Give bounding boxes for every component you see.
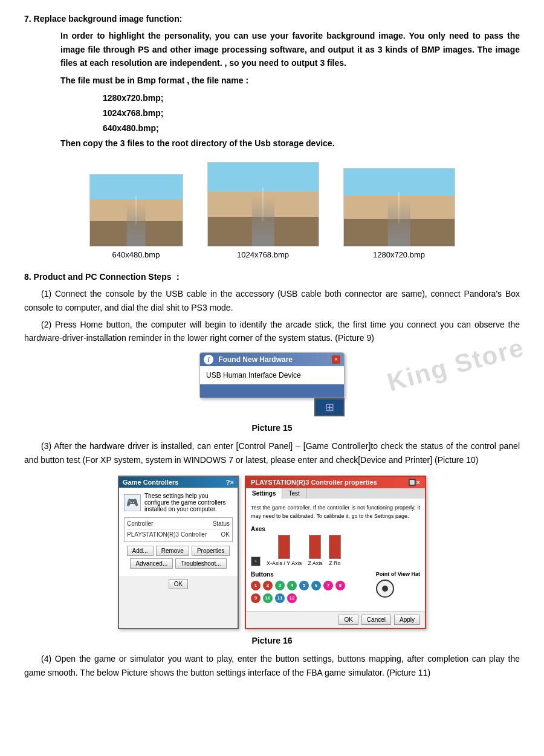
gc-divider: [127, 529, 230, 529]
tab-test[interactable]: Test: [282, 488, 306, 499]
ps3-buttons-label: Buttons: [251, 571, 345, 578]
ps3-title-bar: PLAYSTATION(R)3 Controller properties 🔲×: [246, 477, 425, 488]
popup-content: USB Human Interface Device: [200, 366, 344, 384]
ps3-description: Test the game controller. If the control…: [251, 503, 420, 521]
bmp-640-image: [89, 174, 183, 247]
gc-remove-button[interactable]: Remove: [156, 546, 189, 556]
buttons-row-2: 9 10 11 12: [251, 593, 345, 603]
gc-troubleshoot-button[interactable]: Troubleshoot...: [175, 558, 226, 569]
gc-add-button[interactable]: Add...: [127, 546, 154, 556]
popup-content-text: USB Human Interface Device: [206, 371, 301, 380]
game-controllers-body: 🎮 These settings help you configure the …: [119, 488, 238, 576]
section-8-header: 8. Product and PC Connection Steps ：: [24, 270, 520, 283]
ps3-bottom-row: Buttons 1 2 3 4 5 6 7 8 9: [251, 571, 420, 606]
ps3-apply-button[interactable]: Apply: [394, 615, 420, 625]
gc-footer: OK: [119, 576, 238, 592]
picture-15-caption: Picture 15: [24, 421, 520, 435]
btn-6: 6: [311, 581, 321, 590]
btn-2: 2: [263, 581, 273, 590]
btn-10: 10: [263, 593, 273, 603]
bmp-1024-image: [207, 162, 319, 247]
tab-settings[interactable]: Settings: [246, 488, 282, 499]
ps3-body: Test the game controller. If the control…: [246, 499, 425, 611]
step-2: (2) Press Home button, the computer will…: [24, 318, 520, 345]
ps3-tabs: Settings Test: [246, 488, 425, 499]
btn-12: 12: [287, 593, 297, 603]
x-axis-label: X-Axis / Y Axis: [267, 560, 302, 566]
ps3-title-controls: 🔲×: [408, 479, 420, 486]
popup-close-button[interactable]: ×: [332, 355, 340, 364]
game-controllers-dialog: Game Controllers ?× 🎮 These settings hel…: [118, 476, 239, 629]
info-icon: i: [204, 355, 213, 364]
btn-4: 4: [287, 581, 297, 590]
ps3-dialog: PLAYSTATION(R)3 Controller properties 🔲×…: [245, 476, 426, 629]
gc-title-controls: ?×: [226, 479, 234, 486]
bmp-1024-label: 1024x768.bmp: [237, 250, 289, 259]
popup-wrapper: i Found New Hardware × USB Human Interfa…: [199, 352, 345, 416]
gc-row-controller: PLAYSTATION(R)3 Controller: [127, 531, 207, 538]
ps3-axes-label: Axes: [251, 526, 420, 532]
plus-symbol: +: [254, 558, 257, 564]
bmp-640-label: 640x480.bmp: [112, 250, 160, 259]
taskbar-icon: ⊞: [314, 398, 345, 416]
section-7: 7. Replace background image function: In…: [24, 12, 520, 259]
taskbar-symbol: ⊞: [325, 401, 334, 414]
gc-intro-row: 🎮 These settings help you configure the …: [124, 493, 233, 512]
popup-titlebar: i Found New Hardware ×: [200, 353, 344, 366]
ps3-ok-button[interactable]: OK: [338, 615, 358, 625]
file-item-1: 1280x720.bmp;: [103, 91, 520, 106]
btn-9: 9: [251, 593, 261, 603]
btn-1: 1: [251, 581, 261, 590]
picture-16-caption: Picture 16: [24, 634, 520, 647]
gc-icon-symbol: 🎮: [126, 497, 138, 508]
gc-intro-text: These settings help you configure the ga…: [144, 493, 233, 512]
z-rot-label: Z Ro: [329, 560, 341, 566]
gc-row-status: OK: [221, 531, 230, 538]
image-1024: 1024x768.bmp: [207, 162, 319, 259]
section-8: 8. Product and PC Connection Steps ： (1)…: [24, 270, 520, 679]
gc-table-row: PLAYSTATION(R)3 Controller OK: [127, 531, 230, 538]
btn-7: 7: [323, 581, 333, 590]
found-new-hardware-popup: i Found New Hardware × USB Human Interfa…: [199, 352, 345, 398]
gc-icon: 🎮: [124, 494, 141, 511]
game-controllers-title: Game Controllers ?×: [119, 477, 238, 488]
copy-instruction: Then copy the 3 files to the root direct…: [60, 137, 520, 150]
file-item-2: 1024x768.bmp;: [103, 106, 520, 121]
btn-11: 11: [275, 593, 285, 603]
step-4: (4) Open the game or simulator you want …: [24, 652, 520, 679]
btn-3: 3: [275, 581, 285, 590]
taskbar-hint: ⊞: [199, 398, 345, 416]
step-3: (3) After the hardware driver is install…: [24, 439, 520, 467]
ps3-title-text: PLAYSTATION(R)3 Controller properties: [251, 479, 377, 486]
red-rect-3: [329, 535, 341, 559]
gc-table-header: Controller Status: [127, 520, 230, 527]
buttons-row-1: 1 2 3 4 5 6 7 8: [251, 581, 345, 590]
file-format-text: The file must be in Bmp format , the fil…: [60, 74, 520, 87]
gc-properties-button[interactable]: Properties: [192, 546, 230, 556]
ps3-footer: OK Cancel Apply: [246, 611, 425, 628]
btn-5: 5: [299, 581, 309, 590]
step-1: (1) Connect the console by the USB cable…: [24, 287, 520, 314]
ps3-cancel-button[interactable]: Cancel: [361, 615, 391, 625]
gc-btn-row-2: Advanced... Troubleshoot...: [124, 558, 233, 569]
ps3-axes-row: + X-Axis / Y Axis Z Axis Z Ro: [251, 535, 420, 566]
section-7-intro: In order to highlight the personality, y…: [60, 29, 520, 69]
ps3-buttons-section: Buttons 1 2 3 4 5 6 7 8 9: [251, 571, 345, 606]
gc-ok-button[interactable]: OK: [169, 579, 188, 589]
gc-col-status: Status: [213, 520, 230, 527]
image-640: 640x480.bmp: [89, 174, 183, 259]
ps3-pov-label: Point of View Hat: [376, 571, 420, 577]
gc-advanced-button[interactable]: Advanced...: [130, 558, 173, 569]
red-rect-2: [309, 535, 321, 559]
pov-dot: [382, 586, 388, 592]
z-axis-label: Z Axis: [308, 560, 323, 566]
gc-col-controller: Controller: [127, 520, 153, 527]
section-7-header: 7. Replace background image function:: [24, 12, 520, 25]
ps3-crosshair: +: [251, 557, 261, 566]
image-1280: 1280x720.bmp: [343, 168, 455, 259]
ps3-pov-section: Point of View Hat: [376, 571, 420, 598]
file-list: 1280x720.bmp; 1024x768.bmp; 640x480.bmp;: [103, 91, 520, 137]
gc-btn-row-1: Add... Remove Properties: [124, 546, 233, 556]
gc-table: Controller Status PLAYSTATION(R)3 Contro…: [124, 517, 233, 542]
btn-8: 8: [335, 581, 345, 590]
